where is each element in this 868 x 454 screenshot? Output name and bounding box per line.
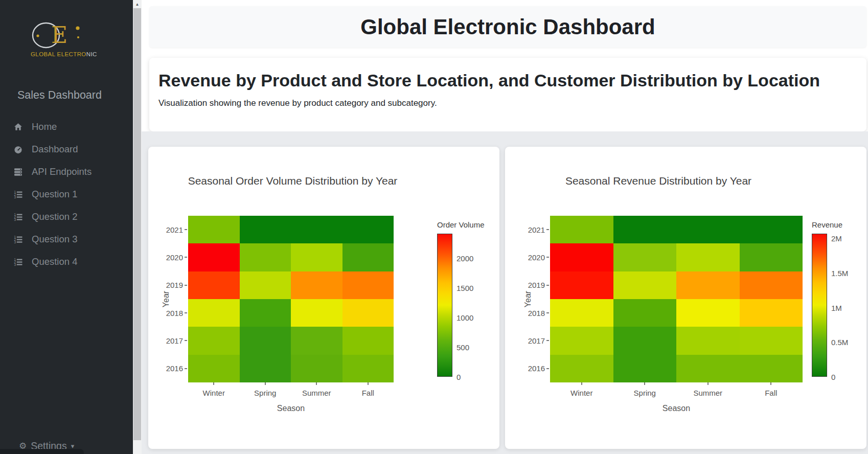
server-icon	[12, 168, 24, 176]
heatmap-cell-2019-spring[interactable]	[240, 271, 291, 299]
heatmap-cell-2017-fall[interactable]	[342, 327, 394, 354]
heatmap-cell-2019-winter[interactable]	[188, 271, 240, 299]
status-bubble	[0, 449, 84, 454]
y-tick-label: 2021	[148, 216, 188, 243]
sidebar-nav: Home Dashboard API Endpoints 123 Questio…	[0, 116, 133, 273]
heatmap-cell-2019-summer[interactable]	[676, 271, 740, 299]
y-tick-label: 2018	[505, 299, 550, 327]
heatmap-cell-2017-winter[interactable]	[550, 327, 613, 354]
heatmap-cell-2018-spring[interactable]	[240, 299, 291, 327]
heatmap-cell-2016-fall[interactable]	[740, 355, 803, 382]
heatmap-cell-2019-fall[interactable]	[740, 271, 803, 299]
heatmap-cell-2018-spring[interactable]	[613, 299, 677, 327]
heatmap-cell-2018-summer[interactable]	[291, 299, 342, 327]
sidebar-item-question-1[interactable]: 123 Question 1	[0, 183, 133, 206]
chart-title: Seasonal Order Volume Distribution by Ye…	[148, 175, 437, 187]
heatmap-cell-2017-spring[interactable]	[613, 327, 677, 354]
heatmap-cell-2016-winter[interactable]	[188, 355, 240, 382]
vertical-scrollbar[interactable]: ▲	[133, 0, 142, 454]
sidebar-item-label: Home	[32, 121, 57, 132]
colorbar-tick-label: 0	[456, 373, 461, 381]
y-tick-label: 2017	[148, 327, 188, 354]
heatmap-cell-2017-summer[interactable]	[676, 327, 740, 354]
heatmap-cell-2017-fall[interactable]	[740, 327, 803, 354]
heatmap-cell-2020-winter[interactable]	[188, 243, 240, 271]
heatmap-cell-2017-spring[interactable]	[240, 327, 291, 354]
heatmap-cell-2020-summer[interactable]	[676, 243, 740, 271]
heatmap-cell-2019-summer[interactable]	[291, 271, 342, 299]
heatmap-grid	[188, 216, 394, 382]
heatmap-cell-2016-summer[interactable]	[676, 355, 740, 382]
x-tick-label: Fall	[740, 382, 803, 397]
colorbar-tick-label: 0	[831, 373, 835, 381]
sidebar-title: Sales Dashboard	[17, 89, 102, 102]
revenue-heatmap-card: Seasonal Revenue Distribution by Year Ye…	[505, 147, 866, 449]
heatmap-cell-2021-summer[interactable]	[291, 216, 342, 243]
heatmap-cell-2021-spring[interactable]	[613, 216, 677, 243]
sidebar-item-api-endpoints[interactable]: API Endpoints	[0, 161, 133, 183]
y-tick-label: 2019	[505, 271, 550, 299]
sidebar-item-question-3[interactable]: 123 Question 3	[0, 228, 133, 251]
gauge-icon	[12, 145, 24, 154]
heatmap-cell-2016-fall[interactable]	[342, 355, 394, 382]
heatmap-cell-2017-summer[interactable]	[291, 327, 342, 354]
colorbar-gradient	[437, 234, 452, 377]
colorbar-ticks: 0500100015002000	[456, 234, 482, 377]
chart-title: Seasonal Revenue Distribution by Year	[505, 175, 812, 187]
sidebar-item-home[interactable]: Home	[0, 116, 133, 138]
scroll-up-arrow-icon[interactable]: ▲	[133, 0, 142, 8]
heatmap-cell-2018-fall[interactable]	[740, 299, 803, 327]
y-tick-label: 2020	[148, 243, 188, 271]
colorbar-tick-label: 1.5M	[831, 269, 848, 278]
company-logo: E GLOBAL ELECTRONIC	[27, 20, 98, 57]
scrollbar-thumb[interactable]	[133, 8, 141, 440]
sidebar-item-label: Question 3	[32, 234, 77, 245]
y-tick-label: 2017	[505, 327, 550, 354]
x-tick-label: Summer	[291, 382, 342, 397]
colorbar-ticks: 00.5M1M1.5M2M	[831, 234, 857, 377]
colorbar-gradient	[812, 234, 827, 377]
heatmap-cell-2020-summer[interactable]	[291, 243, 342, 271]
heatmap-cell-2018-winter[interactable]	[550, 299, 613, 327]
y-tick-label: 2021	[505, 216, 550, 243]
heatmap-cell-2016-spring[interactable]	[240, 355, 291, 382]
heatmap-cell-2021-fall[interactable]	[342, 216, 394, 243]
heatmap-cell-2020-winter[interactable]	[550, 243, 613, 271]
heatmap-cell-2021-fall[interactable]	[740, 216, 803, 243]
heatmap-cell-2021-summer[interactable]	[676, 216, 740, 243]
heatmap-cell-2020-spring[interactable]	[613, 243, 677, 271]
heatmap-cell-2016-winter[interactable]	[550, 355, 613, 382]
svg-text:3: 3	[14, 240, 16, 243]
sidebar: E GLOBAL ELECTRONIC Sales Dashboard Home…	[0, 0, 133, 454]
x-tick-label: Spring	[613, 382, 677, 397]
heatmap-cell-2016-summer[interactable]	[291, 355, 342, 382]
heatmap-cell-2019-winter[interactable]	[550, 271, 613, 299]
x-axis-label: Season	[550, 404, 803, 413]
heatmap-cell-2018-winter[interactable]	[188, 299, 240, 327]
sidebar-item-label: Question 2	[32, 211, 77, 222]
colorbar-tick-label: 2000	[456, 254, 473, 263]
y-tick-label: 2018	[148, 299, 188, 327]
heatmap-cell-2021-winter[interactable]	[550, 216, 613, 243]
sidebar-item-question-4[interactable]: 123 Question 4	[0, 251, 133, 273]
x-tick-label: Winter	[188, 382, 240, 397]
heatmap-cell-2018-summer[interactable]	[676, 299, 740, 327]
home-icon	[12, 123, 24, 131]
heatmap-cell-2021-winter[interactable]	[188, 216, 240, 243]
heatmap-cell-2019-spring[interactable]	[613, 271, 677, 299]
sidebar-item-dashboard[interactable]: Dashboard	[0, 138, 133, 161]
heatmap-cell-2021-spring[interactable]	[240, 216, 291, 243]
section-title: Revenue by Product and Store Location, a…	[158, 70, 857, 91]
main-content: Global Electronic Dashboard Revenue by P…	[142, 0, 868, 454]
heatmap-cell-2018-fall[interactable]	[342, 299, 394, 327]
sidebar-item-question-2[interactable]: 123 Question 2	[0, 206, 133, 228]
heatmap-cell-2016-spring[interactable]	[613, 355, 677, 382]
colorbar-title: Order Volume	[437, 220, 485, 229]
heatmap-cell-2020-fall[interactable]	[342, 243, 394, 271]
heatmap-cell-2019-fall[interactable]	[342, 271, 394, 299]
heatmap-cell-2020-fall[interactable]	[740, 243, 803, 271]
heatmap-cell-2017-winter[interactable]	[188, 327, 240, 354]
colorbar-title: Revenue	[812, 220, 842, 229]
heatmap-cell-2020-spring[interactable]	[240, 243, 291, 271]
sidebar-item-label: API Endpoints	[32, 166, 92, 177]
